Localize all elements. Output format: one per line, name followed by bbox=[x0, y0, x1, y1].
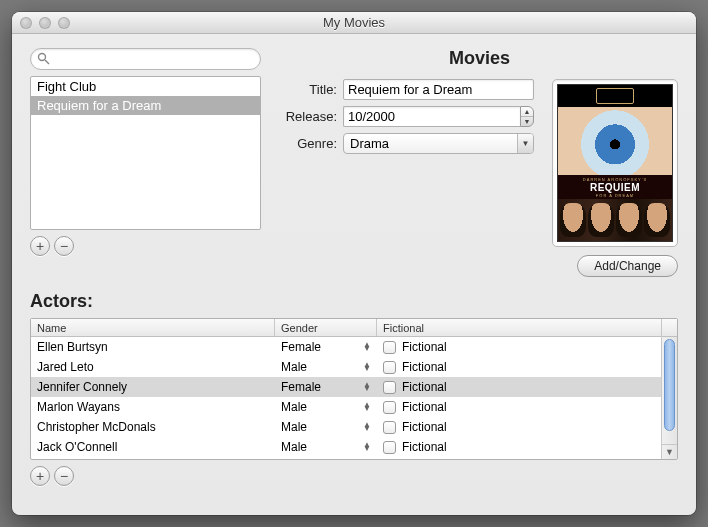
release-stepper[interactable]: ▲ ▼ bbox=[520, 106, 534, 127]
table-row[interactable]: Ellen BurtsynFemale▲▼Fictional bbox=[31, 337, 661, 357]
poster-subtitle: FOR A DREAM bbox=[596, 193, 634, 198]
search-input[interactable] bbox=[30, 48, 261, 70]
release-label: Release: bbox=[281, 109, 343, 124]
cell-fictional[interactable]: Fictional bbox=[377, 420, 661, 434]
poster-frame: DARREN ARONOFSKY'S REQUIEM FOR A DREAM bbox=[552, 79, 678, 247]
fictional-checkbox[interactable] bbox=[383, 361, 396, 374]
movies-heading: Movies bbox=[281, 48, 678, 69]
cell-gender[interactable]: Female▲▼ bbox=[275, 380, 377, 394]
title-input[interactable] bbox=[343, 79, 534, 100]
updown-icon[interactable]: ▲▼ bbox=[363, 403, 371, 411]
cell-gender[interactable]: Male▲▼ bbox=[275, 420, 377, 434]
updown-icon[interactable]: ▲▼ bbox=[363, 443, 371, 451]
stepper-down-icon[interactable]: ▼ bbox=[521, 117, 533, 126]
fictional-checkbox[interactable] bbox=[383, 401, 396, 414]
fictional-checkbox[interactable] bbox=[383, 381, 396, 394]
table-row[interactable]: Christopher McDonalsMale▲▼Fictional bbox=[31, 417, 661, 437]
cell-fictional[interactable]: Fictional bbox=[377, 440, 661, 454]
fictional-label: Fictional bbox=[402, 420, 447, 434]
cell-fictional[interactable]: Fictional bbox=[377, 400, 661, 414]
search-icon bbox=[37, 52, 50, 65]
genre-label: Genre: bbox=[281, 136, 343, 151]
updown-icon[interactable]: ▲▼ bbox=[363, 343, 371, 351]
fictional-label: Fictional bbox=[402, 400, 447, 414]
column-name[interactable]: Name bbox=[31, 319, 275, 336]
column-gender[interactable]: Gender bbox=[275, 319, 377, 336]
remove-movie-button[interactable]: − bbox=[54, 236, 74, 256]
release-input[interactable] bbox=[343, 106, 520, 127]
movie-item[interactable]: Requiem for a Dream bbox=[31, 96, 260, 115]
fictional-checkbox[interactable] bbox=[383, 441, 396, 454]
add-actor-button[interactable]: + bbox=[30, 466, 50, 486]
cell-fictional[interactable]: Fictional bbox=[377, 340, 661, 354]
cell-gender[interactable]: Male▲▼ bbox=[275, 360, 377, 374]
actors-heading: Actors: bbox=[30, 291, 678, 312]
title-label: Title: bbox=[281, 82, 343, 97]
column-fictional[interactable]: Fictional bbox=[377, 319, 661, 336]
app-window: My Movies Fight ClubRequiem for a Dream … bbox=[12, 12, 696, 515]
cell-gender[interactable]: Male▲▼ bbox=[275, 400, 377, 414]
poster-image[interactable]: DARREN ARONOFSKY'S REQUIEM FOR A DREAM bbox=[557, 84, 673, 242]
table-body[interactable]: Ellen BurtsynFemale▲▼FictionalJared Leto… bbox=[31, 337, 661, 459]
svg-line-1 bbox=[45, 60, 49, 64]
fictional-label: Fictional bbox=[402, 440, 447, 454]
cell-name[interactable]: Jared Leto bbox=[31, 360, 275, 374]
window-title: My Movies bbox=[12, 15, 696, 30]
updown-icon[interactable]: ▲▼ bbox=[363, 383, 371, 391]
scrollbar-thumb[interactable] bbox=[664, 339, 675, 431]
fictional-label: Fictional bbox=[402, 340, 447, 354]
cell-name[interactable]: Ellen Burtsyn bbox=[31, 340, 275, 354]
table-row[interactable]: Jack O'ConnellMale▲▼Fictional bbox=[31, 437, 661, 457]
remove-actor-button[interactable]: − bbox=[54, 466, 74, 486]
movie-form: Title: Release: ▲ ▼ bbox=[281, 79, 534, 247]
poster-title: REQUIEM bbox=[590, 182, 640, 193]
cell-fictional[interactable]: Fictional bbox=[377, 360, 661, 374]
window-content: Fight ClubRequiem for a Dream + − Movies… bbox=[12, 34, 696, 515]
cell-name[interactable]: Christopher McDonals bbox=[31, 420, 275, 434]
scroll-down-icon[interactable]: ▼ bbox=[662, 444, 677, 459]
cell-name[interactable]: Jack O'Connell bbox=[31, 440, 275, 454]
svg-point-0 bbox=[39, 54, 46, 61]
scrollbar[interactable]: ▼ bbox=[661, 319, 677, 459]
updown-icon[interactable]: ▲▼ bbox=[363, 423, 371, 431]
fictional-checkbox[interactable] bbox=[383, 341, 396, 354]
cell-gender[interactable]: Female▲▼ bbox=[275, 340, 377, 354]
fictional-label: Fictional bbox=[402, 380, 447, 394]
movie-list[interactable]: Fight ClubRequiem for a Dream bbox=[30, 76, 261, 230]
table-row[interactable]: Jennifer ConnelyFemale▲▼Fictional bbox=[31, 377, 661, 397]
fictional-checkbox[interactable] bbox=[383, 421, 396, 434]
poster-eye-art bbox=[558, 107, 672, 175]
updown-icon[interactable]: ▲▼ bbox=[363, 363, 371, 371]
titlebar[interactable]: My Movies bbox=[12, 12, 696, 34]
actors-table: Name Gender Fictional Ellen BurtsynFemal… bbox=[30, 318, 678, 460]
table-row[interactable]: Jared LetoMale▲▼Fictional bbox=[31, 357, 661, 377]
add-change-button[interactable]: Add/Change bbox=[577, 255, 678, 277]
cell-name[interactable]: Jennifer Connely bbox=[31, 380, 275, 394]
movie-item[interactable]: Fight Club bbox=[31, 77, 260, 96]
add-movie-button[interactable]: + bbox=[30, 236, 50, 256]
genre-select[interactable] bbox=[343, 133, 534, 154]
cell-name[interactable]: Marlon Wayans bbox=[31, 400, 275, 414]
stepper-up-icon[interactable]: ▲ bbox=[521, 107, 533, 117]
cell-fictional[interactable]: Fictional bbox=[377, 380, 661, 394]
table-header: Name Gender Fictional bbox=[31, 319, 661, 337]
table-row[interactable]: Marlon WayansMale▲▼Fictional bbox=[31, 397, 661, 417]
cell-gender[interactable]: Male▲▼ bbox=[275, 440, 377, 454]
fictional-label: Fictional bbox=[402, 360, 447, 374]
